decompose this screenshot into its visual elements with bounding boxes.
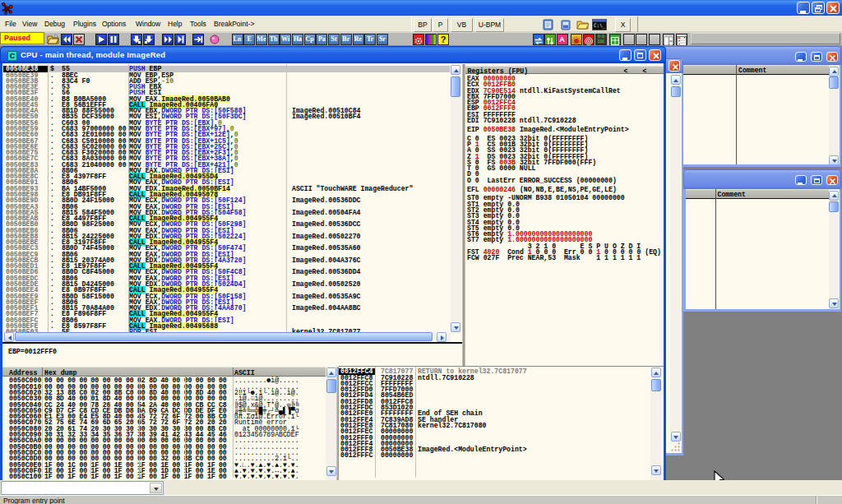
- svg-text:C:\_: C:\_: [594, 22, 606, 29]
